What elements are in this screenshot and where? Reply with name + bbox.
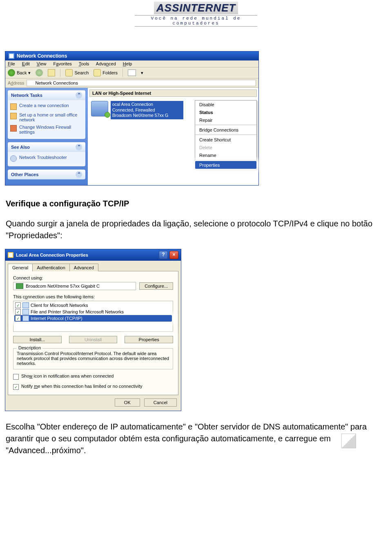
- folders-icon: [94, 69, 101, 76]
- task-troubleshooter[interactable]: Network Troubleshooter: [10, 154, 83, 163]
- instruction-body: Quando surgir a janela de propriedades d…: [6, 218, 386, 242]
- instruction-heading: Verifique a configuração TCP/IP: [6, 198, 386, 210]
- description-text: Transmission Control Protocol/Internet P…: [17, 351, 169, 366]
- panel-see-also: See Also ⌃ Network Troubleshooter: [8, 142, 85, 166]
- panel-title: Other Places: [11, 172, 38, 177]
- tab-general[interactable]: General: [8, 264, 33, 271]
- checkbox-icon[interactable]: ✓: [15, 302, 21, 308]
- component-icon: [22, 315, 29, 321]
- main-area: LAN or High-Speed Internet ocal Area Con…: [88, 88, 258, 185]
- task-label: Set up a home or small office network: [19, 112, 83, 122]
- up-button[interactable]: [48, 69, 55, 76]
- list-item-selected[interactable]: ✓Internet Protocol (TCP/IP): [14, 315, 172, 322]
- panel-body: Create a new connection Set up a home or…: [8, 100, 85, 139]
- chevron-up-icon: ⌃: [76, 92, 82, 98]
- notify-checkbox[interactable]: ✓ Notify me when this connection has lim…: [13, 384, 173, 390]
- menu-help[interactable]: Help: [123, 61, 132, 66]
- menu-view[interactable]: View: [37, 61, 47, 66]
- panel-header[interactable]: Network Tasks ⌃: [8, 90, 85, 100]
- ctx-delete: Delete: [195, 143, 256, 151]
- component-label: Internet Protocol (TCP/IP): [31, 316, 82, 321]
- dialog-footer: OK Cancel: [5, 398, 177, 407]
- nic-icon: [16, 283, 23, 289]
- page-corner-icon: [341, 434, 356, 448]
- task-firewall[interactable]: Change Windows Firewall settings: [10, 123, 83, 136]
- address-bar: Address Network Connections: [5, 78, 258, 88]
- checkbox-icon[interactable]: ✓: [15, 309, 21, 315]
- connection-icon: [91, 101, 108, 116]
- network-icon: [9, 53, 14, 59]
- checkbox-icon[interactable]: ✓: [13, 384, 19, 390]
- connection-text: ocal Area Connection Connected, Firewall…: [111, 101, 183, 119]
- checkbox-icon[interactable]: [13, 374, 19, 380]
- panel-header[interactable]: Other Places ⌃: [8, 170, 85, 179]
- components-list[interactable]: ✓Client for Microsoft Networks ✓File and…: [13, 301, 173, 332]
- panel-title: See Also: [11, 145, 30, 150]
- instruction-paragraph-1: Verifique a configuração TCP/IP Quando s…: [6, 198, 386, 242]
- show-icon-checkbox[interactable]: Show icon in notification area when conn…: [13, 373, 173, 380]
- search-label: Search: [74, 70, 89, 75]
- menu-tools[interactable]: Tools: [79, 61, 89, 66]
- panel-header[interactable]: See Also ⌃: [8, 142, 85, 152]
- menu-bar: File Edit View Favorites Tools Advanced …: [5, 60, 258, 67]
- task-setup-network[interactable]: Set up a home or small office network: [10, 111, 83, 123]
- properties-button[interactable]: Properties: [125, 336, 173, 343]
- menu-edit[interactable]: Edit: [22, 61, 30, 66]
- ctx-disable[interactable]: Disable: [195, 101, 256, 108]
- toolbar: Back ▾ Search Folders ▾: [5, 67, 258, 78]
- uninstall-button: Uninstall: [69, 336, 118, 343]
- tab-authentication[interactable]: Authentication: [32, 264, 70, 271]
- search-button[interactable]: Search: [65, 69, 89, 76]
- chevron-up-icon: ⌃: [76, 171, 82, 178]
- logo-brand: ASSINTERNET: [154, 2, 238, 14]
- tab-advanced[interactable]: Advanced: [69, 264, 98, 271]
- ctx-status[interactable]: Status: [195, 108, 256, 116]
- ctx-shortcut[interactable]: Create Shortcut: [195, 136, 256, 143]
- menu-file[interactable]: File: [8, 61, 15, 66]
- list-item[interactable]: ✓Client for Microsoft Networks: [14, 302, 172, 309]
- dialog-title: Local Area Connection Properties: [16, 253, 88, 257]
- cancel-button[interactable]: Cancel: [144, 398, 177, 407]
- tab-pane-general: Connect using: Broadcom NetXtreme 57xx G…: [8, 271, 178, 395]
- ctx-bridge[interactable]: Bridge Connections: [195, 126, 256, 134]
- task-label: Change Windows Firewall settings: [19, 125, 83, 134]
- view-button[interactable]: [128, 69, 136, 76]
- menu-advanced[interactable]: Advanced: [96, 61, 116, 66]
- network-icon: [29, 81, 33, 85]
- instruction-paragraph-2: Escolha "Obter endereço de IP automatica…: [6, 421, 386, 456]
- task-label: Network Troubleshooter: [19, 155, 67, 160]
- install-button[interactable]: Install...: [13, 336, 62, 343]
- ok-button[interactable]: OK: [115, 398, 140, 407]
- description-group: Description Transmission Control Protoco…: [13, 348, 173, 369]
- component-label: Client for Microsoft Networks: [31, 303, 88, 308]
- component-label: File and Printer Sharing for Microsoft N…: [31, 309, 124, 314]
- ctx-repair[interactable]: Repair: [195, 116, 256, 124]
- tab-strip: General Authentication Advanced: [8, 263, 178, 271]
- search-icon: [65, 69, 73, 76]
- ctx-rename[interactable]: Rename: [195, 151, 256, 159]
- close-button[interactable]: ×: [169, 251, 178, 259]
- back-icon: [8, 69, 15, 76]
- back-label: Back: [17, 70, 27, 75]
- ctx-properties[interactable]: Properties: [195, 161, 256, 169]
- task-icon: [10, 125, 17, 132]
- task-create-connection[interactable]: Create a new connection: [10, 102, 83, 111]
- folders-label: Folders: [102, 70, 118, 75]
- panel-title: Network Tasks: [11, 93, 42, 98]
- panel-network-tasks: Network Tasks ⌃ Create a new connection …: [8, 90, 85, 139]
- menu-favorites[interactable]: Favorites: [53, 61, 72, 66]
- address-field[interactable]: Network Connections: [27, 80, 256, 86]
- help-button[interactable]: ?: [159, 251, 168, 259]
- logo-tagline: Você na rede mundial de computadores: [135, 15, 257, 27]
- context-menu: Disable Status Repair Bridge Connections…: [195, 100, 257, 169]
- configure-button[interactable]: Configure...: [139, 282, 173, 290]
- forward-button[interactable]: [36, 69, 43, 76]
- address-value: Network Connections: [35, 81, 78, 85]
- uses-label: This connection uses the following items…: [13, 294, 173, 299]
- page-header: ASSINTERNET Você na rede mundial de comp…: [0, 2, 392, 27]
- checkbox-icon[interactable]: ✓: [15, 315, 21, 321]
- list-item[interactable]: ✓File and Printer Sharing for Microsoft …: [14, 309, 172, 315]
- back-button[interactable]: Back ▾: [8, 69, 31, 76]
- folders-button[interactable]: Folders: [94, 69, 118, 76]
- connect-using-label: Connect using:: [13, 275, 173, 280]
